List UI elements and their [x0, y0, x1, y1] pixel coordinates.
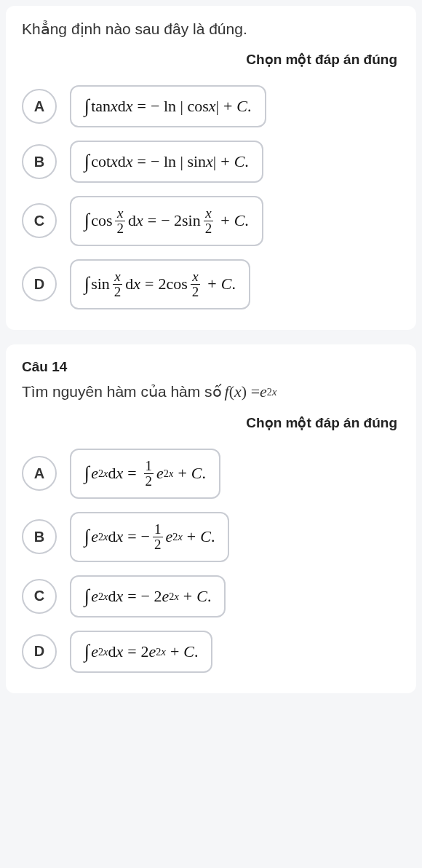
option-letter: A [22, 89, 57, 124]
question-card-13: Khẳng định nào sau đây là đúng. Chọn một… [6, 6, 416, 330]
option-a[interactable]: A ∫tanxdx =− ln | cosx |+C. [22, 85, 400, 127]
option-d[interactable]: D ∫e2x dx =2e2x+C. [22, 631, 400, 673]
option-letter: D [22, 634, 57, 669]
option-letter: B [22, 519, 57, 554]
option-c[interactable]: C ∫e2x dx =− 2e2x+C. [22, 575, 400, 618]
option-formula: ∫sinx2dx =2cosx2+C. [70, 259, 250, 309]
option-d[interactable]: D ∫sinx2dx =2cosx2+C. [22, 259, 400, 309]
option-formula: ∫cosx2dx =− 2sinx2+C. [70, 196, 263, 246]
options-list: A ∫tanxdx =− ln | cosx |+C. B ∫cotxdx =−… [22, 85, 400, 309]
option-letter: D [22, 267, 57, 301]
option-formula: ∫e2x dx =−12e2x+C. [70, 512, 229, 562]
option-formula: ∫e2x dx =2e2x+C. [70, 631, 212, 673]
instruction-text: Chọn một đáp án đúng [22, 51, 397, 68]
option-letter: C [22, 203, 57, 238]
option-b[interactable]: B ∫e2x dx =−12e2x+C. [22, 512, 400, 562]
option-c[interactable]: C ∫cosx2dx =− 2sinx2+C. [22, 196, 400, 246]
question-text: Tìm nguyên hàm của hàm số f ( x ) = e2x [22, 382, 400, 401]
question-text: Khẳng định nào sau đây là đúng. [22, 20, 400, 38]
option-formula: ∫cotxdx =− ln | sinx |+C. [70, 141, 263, 183]
instruction-text: Chọn một đáp án đúng [22, 414, 397, 431]
option-letter: A [22, 456, 57, 491]
question-text-prefix: Tìm nguyên hàm của hàm số [22, 383, 222, 401]
option-a[interactable]: A ∫e2x dx =12e2x+C. [22, 449, 400, 499]
question-card-14: Câu 14 Tìm nguyên hàm của hàm số f ( x )… [6, 344, 416, 693]
options-list: A ∫e2x dx =12e2x+C. B ∫e2x dx =−12e2x+C.… [22, 449, 400, 673]
option-letter: C [22, 579, 57, 614]
option-formula: ∫e2x dx =12e2x+C. [70, 449, 220, 499]
option-b[interactable]: B ∫cotxdx =− ln | sinx |+C. [22, 141, 400, 183]
option-formula: ∫e2x dx =− 2e2x+C. [70, 575, 226, 618]
option-formula: ∫tanxdx =− ln | cosx |+C. [70, 85, 266, 127]
option-letter: B [22, 144, 57, 179]
question-number: Câu 14 [22, 359, 400, 375]
